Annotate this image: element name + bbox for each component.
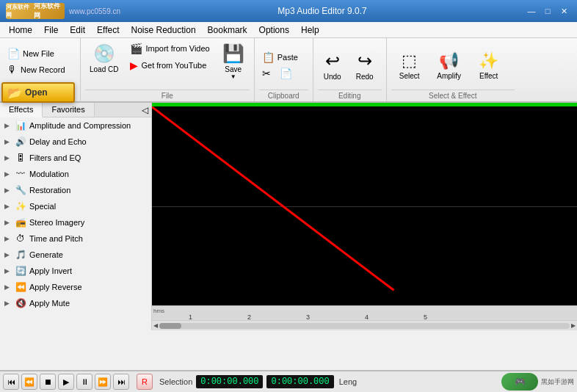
editing-group-label: Editing <box>318 90 382 100</box>
effect-item[interactable]: ▶⏪Apply Reverse <box>0 279 151 295</box>
prev-button[interactable]: ⏪ <box>21 374 37 390</box>
paste-button[interactable]: 📋 Paste <box>259 50 301 65</box>
effect-label-5: Special <box>29 202 56 211</box>
amplify-icon: 📢 <box>439 51 459 70</box>
new-file-label: New File <box>23 49 54 58</box>
effect-item[interactable]: ▶🔊Delay and Echo <box>0 134 151 150</box>
select-button[interactable]: ⬚ Select <box>391 49 428 82</box>
cut-button[interactable]: ✂ <box>259 66 274 81</box>
effect-item[interactable]: ▶🎵Generate <box>0 247 151 263</box>
copy-button[interactable]: 📄 <box>277 66 295 81</box>
ruler-mark-4: 4 <box>365 313 369 321</box>
ribbon: 📄 New File 🎙 New Record 📂 Open 💿 Load CD <box>0 38 577 103</box>
get-youtube-button[interactable]: ▶ Get from YouTube <box>127 58 212 73</box>
effect-item[interactable]: ▶〰Modulation <box>0 166 151 182</box>
effect-button[interactable]: ✨ Effect <box>471 49 507 82</box>
expand-arrow-3: ▶ <box>4 170 12 178</box>
svg-line-0 <box>152 107 393 291</box>
load-cd-button[interactable]: 💿 Load CD <box>85 41 123 76</box>
save-icon: 💾 <box>222 43 244 64</box>
menu-options[interactable]: Options <box>253 23 295 37</box>
new-file-button[interactable]: 📄 New File <box>4 46 57 61</box>
clipboard-group-content: 📋 Paste ✂ 📄 <box>259 41 308 90</box>
redo-icon: ↪ <box>358 51 372 71</box>
effect-item[interactable]: ▶🔄Apply Invert <box>0 263 151 279</box>
favorites-tab[interactable]: Favorites <box>43 103 94 117</box>
window-controls: — □ ✕ <box>524 4 571 18</box>
expand-arrow-1: ▶ <box>4 138 12 145</box>
maximize-button[interactable]: □ <box>540 4 555 18</box>
import-video-icon: 🎬 <box>130 43 142 54</box>
length-label: Leng <box>339 377 357 386</box>
effect-label-1: Delay and Echo <box>29 137 87 146</box>
effect-item[interactable]: ▶📊Amplitude and Compression <box>0 117 151 134</box>
ruler-mark-1: 1 <box>189 313 192 321</box>
effect-item[interactable]: ▶🔇Apply Mute <box>0 295 151 311</box>
next-button[interactable]: ⏩ <box>95 374 111 390</box>
effect-icon-2: 🎛 <box>15 152 26 164</box>
open-button-highlighted[interactable]: 📂 Open <box>1 82 75 103</box>
scrollbar-area: ◀ ▶ <box>152 320 577 330</box>
scrollbar-track[interactable] <box>159 323 570 329</box>
effect-icon-5: ✨ <box>15 200 26 212</box>
new-record-label: New Record <box>21 65 65 74</box>
record-button[interactable]: R <box>137 374 153 390</box>
skip-end-button[interactable]: ⏭ <box>113 374 129 390</box>
save-button[interactable]: 💾 Save ▼ <box>217 41 250 82</box>
menu-effect[interactable]: Effect <box>91 23 125 37</box>
waveform-canvas[interactable] <box>152 106 577 305</box>
menu-noise-reduction[interactable]: Noise Reduction <box>126 23 202 37</box>
effect-label-4: Restoration <box>29 186 70 195</box>
close-button[interactable]: ✕ <box>556 4 571 18</box>
file-group-content: 💿 Load CD 🎬 Import from Video ▶ Get from… <box>85 41 250 90</box>
new-record-button[interactable]: 🎙 New Record <box>4 62 68 77</box>
minimize-button[interactable]: — <box>524 4 539 18</box>
scroll-left-button[interactable]: ◀ <box>153 322 158 329</box>
skip-start-button[interactable]: ⏮ <box>3 374 19 390</box>
youtube-icon: ▶ <box>130 59 138 71</box>
paste-icon: 📋 <box>262 51 275 63</box>
panel-collapse-button[interactable]: ◁ <box>139 103 151 117</box>
file-actions: 🎬 Import from Video ▶ Get from YouTube <box>127 41 212 73</box>
editing-group-content: ↩ Undo ↪ Redo <box>318 41 382 90</box>
undo-button[interactable]: ↩ Undo <box>318 48 347 83</box>
expand-arrow-10: ▶ <box>4 283 12 291</box>
effect-item[interactable]: ▶📻Stereo Imagery <box>0 214 151 231</box>
effect-label-8: Generate <box>29 250 63 259</box>
pause-button[interactable]: ⏸ <box>76 374 92 390</box>
menu-file[interactable]: File <box>38 23 64 37</box>
bottom-right-branding: 🎮 黑如手游网 <box>501 373 574 391</box>
ruler-mark-2: 2 <box>247 313 251 321</box>
effect-item[interactable]: ▶⏱Time and Pitch <box>0 231 151 247</box>
import-video-button[interactable]: 🎬 Import from Video <box>127 41 212 56</box>
panel-tabs: Effects Favorites ◁ <box>0 103 151 117</box>
expand-arrow-11: ▶ <box>4 300 12 307</box>
select-icon: ⬚ <box>402 51 417 70</box>
title-bar-left: 河东软件网 www.pc0559.cn <box>6 3 120 19</box>
stop-button[interactable]: ⏹ <box>40 374 56 390</box>
menu-bookmark[interactable]: Bookmark <box>202 23 253 37</box>
new-file-icon: 📄 <box>7 48 20 59</box>
effect-item[interactable]: ▶✨Special <box>0 198 151 214</box>
menu-home[interactable]: Home <box>3 23 38 37</box>
scrollbar-thumb[interactable] <box>159 323 181 329</box>
open-highlighted-label: Open <box>25 87 48 98</box>
scroll-right-button[interactable]: ▶ <box>571 322 576 329</box>
amplify-button[interactable]: 📢 Amplify <box>431 49 468 82</box>
effect-label-0: Amplitude and Compression <box>29 121 131 130</box>
effect-icon-9: 🔄 <box>15 265 26 277</box>
effect-item[interactable]: ▶🔧Restoration <box>0 182 151 198</box>
transport-bar: ⏮ ⏪ ⏹ ▶ ⏸ ⏩ ⏭ R Selection 0:00:00.000 0:… <box>0 370 577 392</box>
play-button[interactable]: ▶ <box>58 374 74 390</box>
effects-list: ▶📊Amplitude and Compression▶🔊Delay and E… <box>0 117 151 330</box>
clipboard-group-label: Clipboard <box>259 90 308 100</box>
undo-label: Undo <box>324 73 341 81</box>
menu-help[interactable]: Help <box>295 23 325 37</box>
menu-edit[interactable]: Edit <box>64 23 91 37</box>
effect-item[interactable]: ▶🎛Filters and EQ <box>0 150 151 166</box>
redo-button[interactable]: ↪ Redo <box>350 48 380 83</box>
effect-label-7: Time and Pitch <box>29 234 83 243</box>
undo-redo-row: ↩ Undo ↪ Redo <box>318 48 380 83</box>
effects-tab[interactable]: Effects <box>0 103 43 117</box>
amplify-label: Amplify <box>437 72 461 80</box>
